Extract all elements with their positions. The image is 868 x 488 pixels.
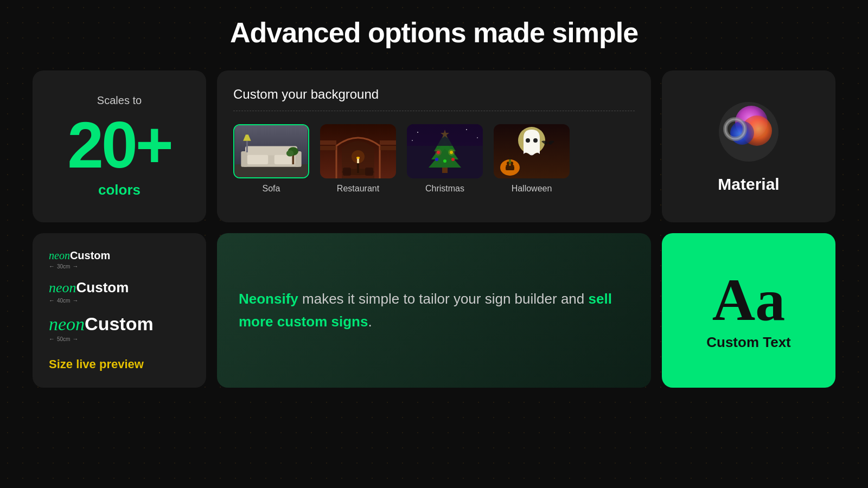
brand-name: Neonsify	[239, 291, 298, 307]
card-background: Custom your background	[217, 70, 651, 222]
custom-word-40: Custom	[76, 279, 129, 296]
sofa-thumbnail[interactable]	[233, 124, 309, 178]
svg-rect-40	[407, 124, 483, 146]
card-bg-title: Custom your background	[233, 87, 635, 102]
svg-point-42	[466, 129, 467, 130]
svg-point-11	[286, 150, 293, 157]
halloween-thumbnail[interactable]	[494, 124, 570, 178]
svg-rect-24	[343, 168, 351, 176]
custom-text-label: Custom Text	[706, 334, 791, 351]
size-live-preview-label: Size live preview	[49, 357, 144, 371]
halloween-label: Halloween	[512, 184, 552, 194]
size-50: 50cm	[57, 336, 70, 342]
size-30: 30cm	[57, 264, 70, 269]
neon-text-rows: neon Custom ← 30cm → neon Custom	[49, 249, 190, 342]
christmas-thumbnail[interactable]	[407, 124, 483, 178]
bg-thumb-christmas[interactable]: Christmas	[407, 124, 483, 194]
card-description: Neonsify makes it simple to tailor your …	[217, 233, 651, 388]
card-bg-divider	[233, 111, 635, 111]
svg-point-54	[500, 159, 520, 176]
card-size: neon Custom ← 30cm → neon Custom	[33, 233, 206, 388]
restaurant-label: Restaurant	[337, 184, 379, 194]
neon-word-30: neon	[49, 249, 70, 262]
svg-rect-20	[357, 162, 359, 173]
svg-rect-16	[320, 146, 336, 150]
size-40: 40cm	[57, 298, 70, 304]
svg-rect-12	[246, 141, 248, 152]
bg-thumbnails: Sofa	[233, 124, 635, 194]
custom-word-50: Custom	[85, 313, 154, 335]
custom-text-aa: Aa	[712, 270, 785, 330]
ruler-50: ← 50cm →	[49, 336, 78, 342]
svg-rect-31	[442, 168, 448, 173]
scales-number: 20+	[67, 112, 171, 177]
bg-thumb-restaurant[interactable]: Restaurant	[320, 124, 396, 194]
ruler-40: ← 40cm →	[49, 297, 78, 304]
svg-point-41	[417, 132, 418, 133]
svg-point-39	[448, 149, 455, 156]
svg-point-35	[435, 158, 438, 161]
svg-rect-15	[320, 140, 336, 145]
bg-thumb-halloween[interactable]: Halloween	[494, 124, 570, 194]
christmas-label: Christmas	[425, 184, 464, 194]
svg-point-23	[352, 150, 365, 163]
page-wrapper: Advanced options made simple Scales to 2…	[0, 0, 868, 488]
grid-layout: Scales to 20+ colors Custom your backgro…	[33, 70, 835, 388]
card-material: Material	[662, 70, 835, 222]
svg-rect-7	[247, 155, 268, 164]
svg-point-47	[526, 138, 530, 143]
scales-colors-label: colors	[98, 182, 141, 198]
svg-point-43	[477, 137, 478, 138]
svg-point-38	[435, 149, 442, 156]
custom-word-30: Custom	[70, 249, 110, 262]
svg-point-48	[533, 138, 538, 143]
svg-point-36	[451, 158, 455, 161]
neon-item-30: neon Custom ← 30cm →	[49, 249, 190, 269]
sofa-label: Sofa	[263, 184, 280, 194]
svg-point-37	[443, 159, 446, 163]
svg-rect-5	[241, 151, 247, 167]
bg-thumb-sofa[interactable]: Sofa	[233, 124, 309, 194]
svg-rect-18	[380, 146, 396, 150]
restaurant-thumbnail[interactable]	[320, 124, 396, 178]
description-paragraph: Neonsify makes it simple to tailor your …	[239, 288, 629, 333]
svg-rect-25	[365, 168, 373, 176]
neon-item-40: neon Custom ← 40cm →	[49, 279, 190, 304]
card-scales: Scales to 20+ colors	[33, 70, 206, 222]
neon-item-50: neon Custom ← 50cm →	[49, 313, 190, 342]
desc-text-1: makes it simple to tailor your sign buil…	[298, 291, 589, 307]
ruler-30: ← 30cm →	[49, 263, 78, 269]
neon-word-40: neon	[49, 280, 76, 296]
neon-word-50: neon	[49, 314, 85, 335]
page-title: Advanced options made simple	[230, 16, 638, 49]
svg-point-44	[412, 140, 413, 141]
desc-text-2: .	[368, 313, 372, 330]
material-label: Material	[718, 175, 779, 194]
scales-label: Scales to	[97, 94, 142, 107]
material-icon	[716, 99, 781, 164]
card-custom-text: Aa Custom Text	[662, 233, 835, 388]
svg-rect-17	[380, 140, 396, 145]
